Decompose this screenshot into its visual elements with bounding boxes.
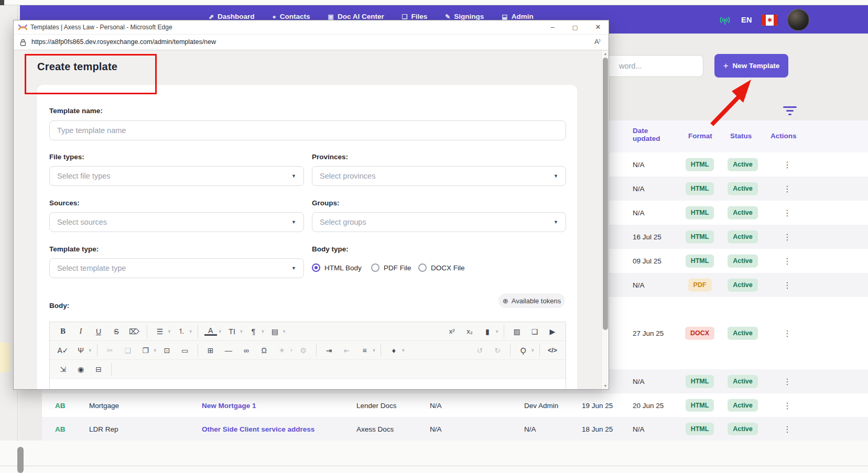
magic-format-icon[interactable]: ✶ — [276, 346, 288, 355]
chevron-down-icon[interactable]: ∨ — [495, 329, 498, 334]
undo-icon[interactable]: ↺ — [473, 346, 486, 355]
template-type-select[interactable]: Select template type ▼ — [49, 258, 304, 278]
indent-icon[interactable]: ⇥ — [323, 346, 335, 355]
row-actions-menu[interactable]: ⋮ — [782, 256, 793, 266]
canada-flag-icon[interactable]: ✱ — [762, 15, 778, 26]
paragraph-format-icon[interactable]: ¶ — [247, 327, 259, 336]
nav-item-signings[interactable]: ✎Signings — [445, 13, 484, 20]
sources-select[interactable]: Select sources ▼ — [49, 212, 304, 232]
strikethrough-icon[interactable]: S — [110, 327, 123, 336]
fullscreen-icon[interactable]: ⇲ — [57, 365, 69, 373]
chevron-down-icon[interactable]: ∨ — [219, 329, 222, 334]
nav-item-contacts[interactable]: ●Contacts — [273, 13, 310, 20]
styles-icon[interactable]: ▮ — [481, 327, 494, 336]
find-replace-icon[interactable]: Ϙ — [517, 346, 529, 355]
language-selector[interactable]: EN — [741, 16, 752, 24]
filter-icon[interactable] — [782, 106, 798, 117]
insert-table-icon[interactable]: ⊞ — [204, 346, 217, 355]
row-actions-menu[interactable]: ⋮ — [782, 208, 793, 218]
eraser-icon[interactable]: ⌦ — [128, 327, 140, 336]
nav-item-files[interactable]: ❏Files — [402, 13, 428, 20]
minimize-button[interactable]: – — [545, 21, 560, 33]
close-button[interactable]: ✕ — [590, 21, 606, 33]
paint-format-icon[interactable]: ▭ — [179, 346, 191, 355]
source-code-icon[interactable]: </> — [546, 347, 559, 354]
user-avatar[interactable] — [787, 9, 809, 31]
row-actions-menu[interactable]: ⋮ — [782, 377, 793, 387]
insert-image-icon[interactable]: ▨ — [511, 327, 523, 336]
read-aloud-icon[interactable]: A) — [594, 38, 600, 46]
radio-html-body-label[interactable]: HTML Body — [324, 264, 362, 272]
header-status[interactable]: Status — [730, 132, 752, 140]
insert-file-icon[interactable]: ❏ — [528, 327, 541, 336]
chevron-down-icon[interactable]: ∨ — [240, 329, 243, 334]
row-actions-menu[interactable]: ⋮ — [782, 280, 793, 290]
link-icon[interactable]: ∞ — [240, 346, 253, 355]
groups-select[interactable]: Select groups ▼ — [312, 212, 566, 232]
insert-video-icon[interactable]: ▶ — [546, 327, 559, 336]
redo-icon[interactable]: ↻ — [491, 346, 504, 355]
template-name-link[interactable]: New Mortgage 1 — [202, 401, 256, 409]
align-icon[interactable]: ≡ — [359, 346, 371, 355]
row-actions-menu[interactable]: ⋮ — [782, 424, 793, 434]
nav-item-admin[interactable]: ⬓Admin — [502, 13, 533, 20]
row-actions-menu[interactable]: ⋮ — [782, 400, 793, 410]
template-name-input[interactable]: Type template name — [49, 120, 566, 140]
file-types-select[interactable]: Select file types ▼ — [49, 166, 304, 186]
window-titlebar[interactable]: Templates | Axess Law - Personal - Micro… — [14, 20, 609, 34]
chevron-down-icon[interactable]: ∨ — [189, 329, 192, 334]
underline-icon[interactable]: U — [92, 327, 105, 336]
popup-scrollbar[interactable]: ▲ ▼ — [601, 50, 609, 389]
header-format[interactable]: Format — [688, 132, 712, 140]
print-icon[interactable]: ⊟ — [92, 365, 105, 373]
line-height-icon[interactable]: ▤ — [268, 327, 281, 336]
copy-icon[interactable]: ❏ — [122, 346, 134, 355]
chevron-down-icon[interactable]: ∨ — [531, 348, 534, 353]
bold-icon[interactable]: B — [57, 327, 69, 336]
row-actions-menu[interactable]: ⋮ — [782, 328, 793, 338]
radio-html-body[interactable] — [312, 263, 320, 272]
ink-color-icon[interactable]: ♦ — [387, 346, 400, 355]
chevron-down-icon[interactable]: ∨ — [168, 329, 171, 334]
header-actions[interactable]: Actions — [771, 132, 797, 140]
italic-icon[interactable]: I — [74, 327, 87, 336]
chevron-down-icon[interactable]: ∨ — [290, 348, 293, 353]
scroll-down-arrow[interactable]: ▼ — [602, 384, 609, 388]
microphone-icon[interactable]: Ψ — [74, 346, 87, 355]
scroll-up-arrow[interactable]: ▲ — [602, 52, 609, 56]
editor-content-area[interactable] — [50, 379, 566, 389]
special-character-icon[interactable]: Ω — [258, 346, 270, 355]
numbered-list-icon[interactable]: ⒈ — [175, 327, 188, 336]
chevron-down-icon[interactable]: ∨ — [402, 348, 405, 353]
available-tokens-button[interactable]: ⊕ Available tokens — [498, 293, 565, 308]
scrollbar-thumb[interactable] — [603, 58, 608, 330]
provinces-select[interactable]: Select provinces ▼ — [312, 166, 566, 186]
ai-assistant-icon[interactable]: ⚙ — [297, 346, 310, 355]
radio-pdf-file[interactable] — [371, 263, 379, 272]
left-scrollbar-thumb[interactable] — [17, 447, 24, 473]
row-actions-menu[interactable]: ⋮ — [782, 232, 793, 242]
select-all-icon[interactable]: ⊡ — [161, 346, 173, 355]
maximize-button[interactable]: ▢ — [567, 21, 583, 33]
row-actions-menu[interactable]: ⋮ — [782, 184, 793, 194]
chevron-down-icon[interactable]: ∨ — [89, 348, 92, 353]
chevron-down-icon[interactable]: ∨ — [261, 329, 264, 334]
row-actions-menu[interactable]: ⋮ — [782, 160, 793, 170]
chevron-down-icon[interactable]: ∨ — [283, 329, 286, 334]
chevron-down-icon[interactable]: ∨ — [154, 348, 157, 353]
subscript-icon[interactable]: x₂ — [463, 327, 476, 335]
cut-icon[interactable]: ✂ — [104, 346, 116, 355]
nav-item-doc-ai-center[interactable]: ▣Doc AI Center — [328, 13, 384, 20]
superscript-icon[interactable]: x² — [446, 327, 458, 335]
chevron-down-icon[interactable]: ∨ — [373, 348, 376, 353]
text-size-icon[interactable]: TI — [226, 327, 238, 336]
outdent-icon[interactable]: ⇤ — [341, 346, 353, 355]
bullet-list-icon[interactable]: ☰ — [154, 327, 166, 336]
radio-docx-file-label[interactable]: DOCX File — [431, 264, 465, 272]
horizontal-line-icon[interactable]: — — [222, 346, 235, 355]
template-name-link[interactable]: Other Side Client service address — [202, 425, 314, 433]
nav-item-dashboard[interactable]: ⬈Dashboard — [209, 13, 255, 20]
url-text[interactable]: https://a8fp0fs865.dev.rosyexchange.com/… — [31, 38, 216, 46]
paste-icon[interactable]: ❐ — [139, 346, 152, 355]
address-bar[interactable]: https://a8fp0fs865.dev.rosyexchange.com/… — [14, 34, 609, 50]
